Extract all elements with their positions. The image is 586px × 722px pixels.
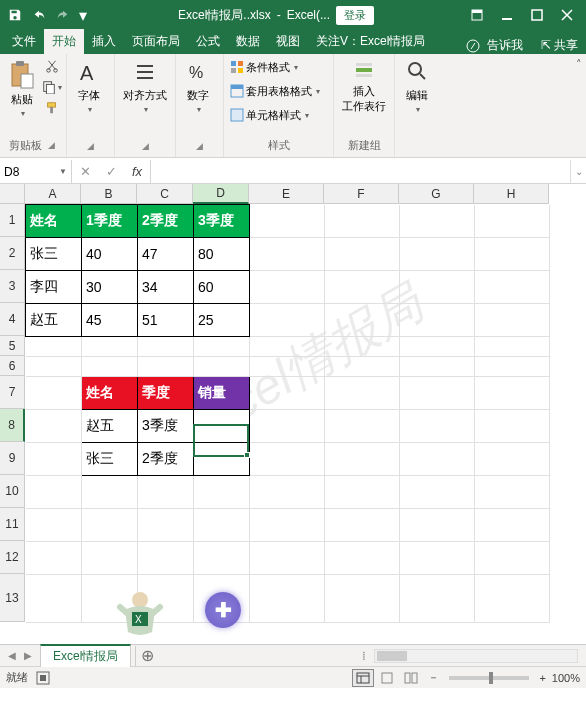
cell[interactable] xyxy=(250,271,325,304)
align-launcher-icon[interactable]: ◢ xyxy=(139,141,151,153)
cell[interactable] xyxy=(250,357,325,377)
tab-file[interactable]: 文件 xyxy=(4,29,44,54)
cell[interactable] xyxy=(194,357,250,377)
cell[interactable] xyxy=(138,357,194,377)
cell[interactable] xyxy=(26,443,82,476)
cell[interactable] xyxy=(82,542,138,575)
cell[interactable] xyxy=(138,542,194,575)
cell[interactable] xyxy=(475,509,550,542)
tellme-text[interactable]: 告诉我 xyxy=(487,37,523,54)
cell[interactable] xyxy=(400,238,475,271)
cell[interactable]: 赵五 xyxy=(26,304,82,337)
cell[interactable] xyxy=(475,271,550,304)
cell[interactable] xyxy=(138,337,194,357)
cell[interactable] xyxy=(26,542,82,575)
cell[interactable] xyxy=(325,443,400,476)
sheet-nav-next-icon[interactable]: ▶ xyxy=(20,647,36,665)
row-header-5[interactable]: 5 xyxy=(0,336,25,356)
cell[interactable]: 51 xyxy=(138,304,194,337)
cell[interactable] xyxy=(400,443,475,476)
cell[interactable]: 张三 xyxy=(26,238,82,271)
zoom-in-icon[interactable]: + xyxy=(539,672,545,684)
cell[interactable] xyxy=(400,304,475,337)
alignment-button[interactable]: 对齐方式 ▾ xyxy=(119,56,171,124)
cell[interactable] xyxy=(325,337,400,357)
cell[interactable] xyxy=(475,377,550,410)
tab-layout[interactable]: 页面布局 xyxy=(124,29,188,54)
cell[interactable]: 80 xyxy=(194,238,250,271)
cell[interactable] xyxy=(194,542,250,575)
cell[interactable] xyxy=(82,337,138,357)
sheet-nav-prev-icon[interactable]: ◀ xyxy=(4,647,20,665)
cell[interactable]: 34 xyxy=(138,271,194,304)
cell[interactable]: 姓名 xyxy=(26,205,82,238)
cell[interactable]: 销量 xyxy=(194,377,250,410)
cell[interactable] xyxy=(26,337,82,357)
maximize-icon[interactable] xyxy=(522,1,552,29)
cell[interactable] xyxy=(325,238,400,271)
cell[interactable] xyxy=(194,443,250,476)
close-icon[interactable] xyxy=(552,1,582,29)
col-header-B[interactable]: B xyxy=(81,184,137,204)
cell[interactable]: 赵五 xyxy=(82,410,138,443)
cell[interactable] xyxy=(475,443,550,476)
tab-home[interactable]: 开始 xyxy=(44,29,84,54)
cell[interactable] xyxy=(26,575,82,623)
collapse-ribbon-icon[interactable]: ˄ xyxy=(572,54,586,157)
cell[interactable]: 李四 xyxy=(26,271,82,304)
cell[interactable] xyxy=(400,357,475,377)
row-header-13[interactable]: 13 xyxy=(0,574,25,622)
col-header-E[interactable]: E xyxy=(249,184,324,204)
row-header-8[interactable]: 8 xyxy=(0,409,25,442)
cell[interactable] xyxy=(475,238,550,271)
cell[interactable] xyxy=(250,377,325,410)
cell[interactable] xyxy=(400,575,475,623)
cell[interactable] xyxy=(250,205,325,238)
macro-record-icon[interactable] xyxy=(36,671,50,685)
cell[interactable]: 45 xyxy=(82,304,138,337)
cell[interactable] xyxy=(325,542,400,575)
cell[interactable] xyxy=(475,410,550,443)
redo-icon[interactable] xyxy=(52,4,74,26)
font-launcher-icon[interactable]: ◢ xyxy=(85,141,97,153)
cell[interactable] xyxy=(325,476,400,509)
col-header-G[interactable]: G xyxy=(399,184,474,204)
cell[interactable] xyxy=(250,238,325,271)
page-layout-view-icon[interactable] xyxy=(376,669,398,687)
cell[interactable]: 季度 xyxy=(138,377,194,410)
cell[interactable] xyxy=(138,509,194,542)
cell[interactable] xyxy=(325,377,400,410)
col-header-D[interactable]: D xyxy=(193,184,249,204)
tab-view[interactable]: 视图 xyxy=(268,29,308,54)
row-header-6[interactable]: 6 xyxy=(0,356,25,376)
tab-attention[interactable]: 关注V：Excel情报局 xyxy=(308,29,433,54)
tab-data[interactable]: 数据 xyxy=(228,29,268,54)
expand-formula-icon[interactable]: ⌄ xyxy=(570,160,586,183)
cell[interactable]: 1季度 xyxy=(82,205,138,238)
clipboard-launcher-icon[interactable]: ◢ xyxy=(45,140,57,152)
cell[interactable] xyxy=(250,304,325,337)
cell[interactable] xyxy=(26,357,82,377)
cell[interactable] xyxy=(325,575,400,623)
formula-input[interactable] xyxy=(151,160,570,183)
row-header-1[interactable]: 1 xyxy=(0,204,25,237)
cell[interactable] xyxy=(400,476,475,509)
zoom-out-icon[interactable]: － xyxy=(428,670,439,685)
cell[interactable] xyxy=(194,337,250,357)
row-header-12[interactable]: 12 xyxy=(0,541,25,574)
cell[interactable] xyxy=(250,476,325,509)
cell[interactable] xyxy=(325,357,400,377)
table-format-button[interactable]: 套用表格格式▾ xyxy=(228,80,329,102)
row-header-4[interactable]: 4 xyxy=(0,303,25,336)
ribbon-display-icon[interactable] xyxy=(462,1,492,29)
normal-view-icon[interactable] xyxy=(352,669,374,687)
undo-icon[interactable] xyxy=(28,4,50,26)
cell[interactable] xyxy=(400,271,475,304)
cell[interactable] xyxy=(475,205,550,238)
cell[interactable]: 姓名 xyxy=(82,377,138,410)
col-header-H[interactable]: H xyxy=(474,184,549,204)
name-box[interactable]: D8▼ xyxy=(0,160,72,183)
cell[interactable] xyxy=(26,377,82,410)
page-break-view-icon[interactable] xyxy=(400,669,422,687)
cut-icon[interactable] xyxy=(42,56,62,76)
